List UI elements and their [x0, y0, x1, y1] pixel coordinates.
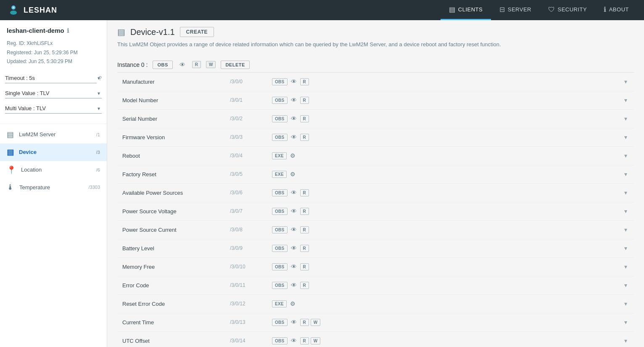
multi-value-select[interactable]: Multi Value : TLV Multi Value : JSON	[5, 103, 102, 114]
read-button[interactable]: R	[300, 208, 309, 215]
instance-eye-icon[interactable]: 👁	[178, 61, 187, 69]
obs-tag[interactable]: OBS	[272, 245, 288, 252]
obs-tag[interactable]: OBS	[272, 115, 288, 122]
instance-label: Instance 0 :	[117, 61, 148, 68]
resource-path: /3/0/0	[230, 79, 272, 85]
nav-item-server[interactable]: ⊟ SERVER	[491, 0, 540, 20]
instance-w-button[interactable]: W	[206, 61, 216, 68]
nav-items: ▤ CLIENTS ⊟ SERVER 🛡 SECURITY ℹ ABOUT	[441, 0, 637, 20]
observe-icon[interactable]: 👁	[289, 133, 298, 141]
obs-tag[interactable]: OBS	[272, 189, 288, 196]
read-button[interactable]: R	[300, 115, 309, 122]
expand-icon[interactable]: ▾	[621, 300, 631, 307]
expand-icon[interactable]: ▾	[621, 97, 631, 103]
resource-path: /3/0/5	[230, 171, 272, 177]
expand-icon[interactable]: ▾	[621, 245, 631, 252]
expand-icon[interactable]: ▾	[621, 263, 631, 270]
read-button[interactable]: R	[300, 245, 309, 252]
resource-actions: OBS👁R	[272, 207, 621, 215]
observe-icon[interactable]: 👁	[289, 336, 298, 345]
create-button[interactable]: CREATE	[180, 27, 214, 37]
observe-icon[interactable]: 👁	[289, 244, 298, 252]
obs-tag[interactable]: OBS	[272, 134, 288, 141]
write-button[interactable]: W	[311, 319, 320, 326]
observe-icon[interactable]: 👁	[289, 114, 298, 123]
sidebar: leshan-client-demo ℹ Reg. ID: XkrhLiSFLx…	[0, 20, 107, 347]
expand-icon[interactable]: ▾	[621, 152, 631, 159]
obs-tag[interactable]: OBS	[272, 282, 288, 289]
execute-icon[interactable]: ⚙	[288, 299, 297, 308]
sidebar-item-lwm2m-server[interactable]: ▤ LwM2M Server /1	[0, 126, 107, 143]
obs-tag[interactable]: OBS	[272, 263, 288, 270]
obs-tag[interactable]: OBS	[272, 226, 288, 233]
expand-icon[interactable]: ▾	[621, 337, 631, 344]
expand-icon[interactable]: ▾	[621, 189, 631, 196]
exe-tag[interactable]: EXE	[272, 152, 287, 159]
table-row: Serial Number/3/0/2OBS👁R▾	[117, 110, 634, 128]
instance-r-button[interactable]: R	[192, 61, 201, 68]
obs-tag[interactable]: OBS	[272, 208, 288, 215]
observe-icon[interactable]: 👁	[289, 318, 298, 326]
read-button[interactable]: R	[300, 134, 309, 141]
expand-icon[interactable]: ▾	[621, 115, 631, 122]
multi-value-container: Multi Value : TLV Multi Value : JSON ▾	[5, 103, 102, 114]
sidebar-item-device[interactable]: ▤ Device /3	[0, 143, 107, 161]
sidebar-item-temperature[interactable]: 🌡 Temperature /3303	[0, 179, 107, 196]
read-button[interactable]: R	[300, 263, 309, 270]
nav-item-about[interactable]: ℹ ABOUT	[595, 0, 637, 20]
resource-actions: OBS👁R	[272, 96, 621, 104]
timeout-select[interactable]: Timeout : 5s Timeout : 10s Timeout : 30s	[5, 73, 97, 83]
observe-icon[interactable]: 👁	[289, 281, 298, 289]
observe-icon[interactable]: 👁	[289, 207, 298, 215]
read-button[interactable]: R	[300, 189, 309, 196]
timeout-help-icon[interactable]: ?	[98, 75, 102, 82]
nav-item-security[interactable]: 🛡 SECURITY	[540, 0, 595, 20]
sidebar-controls: Timeout : 5s Timeout : 10s Timeout : 30s…	[0, 73, 107, 122]
expand-icon[interactable]: ▾	[621, 226, 631, 233]
read-button[interactable]: R	[300, 226, 309, 233]
obs-tag[interactable]: OBS	[272, 337, 288, 344]
expand-icon[interactable]: ▾	[621, 134, 631, 140]
location-pin-icon: 📍	[7, 165, 16, 175]
expand-icon[interactable]: ▾	[621, 282, 631, 289]
expand-icon[interactable]: ▾	[621, 319, 631, 326]
resource-actions: OBS👁RW	[272, 336, 621, 345]
nav-item-clients[interactable]: ▤ CLIENTS	[441, 0, 491, 20]
sidebar-item-location[interactable]: 📍 Location /6	[0, 161, 107, 179]
expand-icon[interactable]: ▾	[621, 78, 631, 85]
observe-icon[interactable]: 👁	[289, 188, 298, 197]
single-value-select[interactable]: Single Value : TLV Single Value : JSON	[5, 88, 102, 98]
read-button[interactable]: R	[300, 97, 309, 104]
resource-path: /3/0/14	[230, 338, 272, 344]
table-row: Reboot/3/0/4EXE⚙▾	[117, 147, 634, 165]
observe-icon[interactable]: 👁	[289, 262, 298, 271]
device-label: Device	[19, 149, 91, 155]
instance-delete-button[interactable]: DELETE	[221, 61, 249, 69]
read-button[interactable]: R	[300, 78, 309, 85]
observe-icon[interactable]: 👁	[289, 225, 298, 234]
read-button[interactable]: R	[300, 337, 309, 344]
client-name: leshan-client-demo ℹ	[0, 27, 107, 39]
table-row: Current Time/3/0/13OBS👁RW▾	[117, 313, 634, 332]
execute-icon[interactable]: ⚙	[288, 170, 297, 178]
execute-icon[interactable]: ⚙	[288, 151, 297, 160]
instance-obs-button[interactable]: OBS	[153, 61, 172, 69]
read-button[interactable]: R	[300, 319, 309, 326]
obs-tag[interactable]: OBS	[272, 319, 288, 326]
exe-tag[interactable]: EXE	[272, 171, 287, 178]
timeout-container: Timeout : 5s Timeout : 10s Timeout : 30s…	[5, 73, 102, 83]
write-button[interactable]: W	[311, 337, 320, 344]
expand-icon[interactable]: ▾	[621, 208, 631, 215]
observe-icon[interactable]: 👁	[289, 96, 298, 104]
observe-icon[interactable]: 👁	[289, 77, 298, 86]
sidebar-meta: Reg. ID: XkrhLiSFLx Registered: Jun 25, …	[0, 39, 107, 73]
obs-tag[interactable]: OBS	[272, 97, 288, 104]
expand-icon[interactable]: ▾	[621, 171, 631, 177]
resource-name: Manufacturer	[121, 75, 230, 88]
obs-tag[interactable]: OBS	[272, 78, 288, 85]
location-label: Location	[21, 167, 91, 173]
read-button[interactable]: R	[300, 282, 309, 289]
resource-path: /3/0/10	[230, 264, 272, 270]
exe-tag[interactable]: EXE	[272, 300, 287, 307]
client-info-icon[interactable]: ℹ	[67, 27, 69, 34]
